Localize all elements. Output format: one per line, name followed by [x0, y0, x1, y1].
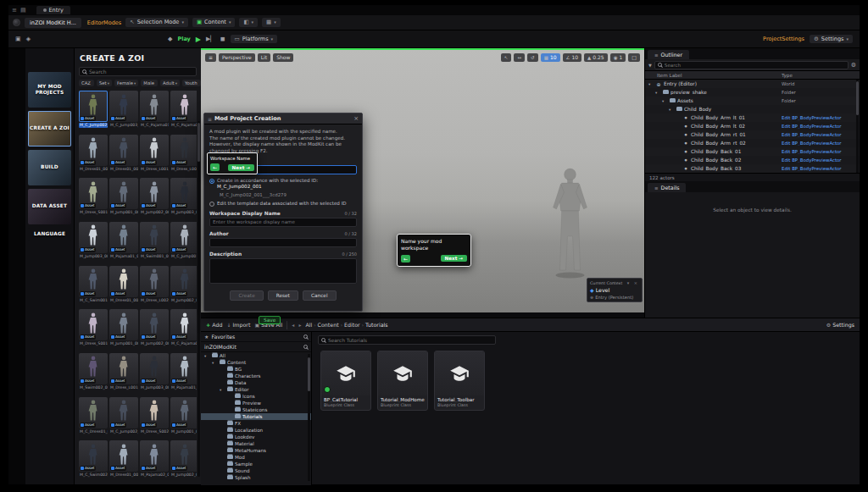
- description-input[interactable]: [209, 258, 357, 284]
- maximize-viewport-button[interactable]: □: [628, 53, 640, 62]
- outliner-row[interactable]: Child_Body_Back_02 Edit BP_BodyPreviewAc…: [645, 156, 860, 164]
- content-asset-card[interactable]: Tutorial_ModHome Blueprint Class: [377, 351, 428, 411]
- outliner-row[interactable]: Child_Body_Back_01 Edit BP_BodyPreviewAc…: [645, 147, 860, 156]
- folder-tree-row[interactable]: Material: [201, 440, 311, 447]
- outliner-search-box[interactable]: [654, 61, 849, 69]
- breadcrumb-item[interactable]: Editor›: [344, 322, 364, 328]
- outliner-row[interactable]: Child_Body_Arm_lt_01 Edit BP_BodyPreview…: [645, 113, 860, 122]
- asset-card[interactable]: Asset M_C_Jump002_002: [109, 397, 138, 439]
- expander-icon[interactable]: ▾: [662, 99, 667, 103]
- sidebar-item[interactable]: BUILD: [28, 150, 71, 185]
- asset-card[interactable]: Asset M_C_Pajama01_002: [170, 91, 197, 132]
- folder-tree-row[interactable]: Localization: [201, 427, 311, 434]
- transform-tool-button[interactable]: ↖: [501, 53, 512, 62]
- search-icon[interactable]: [303, 345, 308, 349]
- asset-card[interactable]: Asset M_C_Swim002_001: [79, 440, 108, 482]
- author-input[interactable]: [209, 238, 357, 247]
- bookmark-icon[interactable]: ◈: [26, 36, 31, 42]
- project-header[interactable]: inZOIModKit: [201, 342, 311, 352]
- folder-tree-row[interactable]: FX: [201, 420, 311, 427]
- folder-tree-row[interactable]: Tutorials: [201, 413, 311, 420]
- asset-card[interactable]: Asset M_Jump003_001: [170, 178, 197, 219]
- folder-tree-row[interactable]: Splash: [201, 474, 311, 481]
- row-type-link[interactable]: Edit BP_BodyPreviewActor: [782, 141, 860, 146]
- asset-card[interactable]: Asset M_Dress_L001_001: [140, 135, 169, 176]
- asset-card[interactable]: Asset M_C_Pajama01_001: [140, 91, 169, 132]
- row-type-link[interactable]: Edit BP_BodyPreviewActor: [782, 166, 860, 171]
- folder-tree-row[interactable]: Mod: [201, 454, 311, 461]
- window-grid-icon[interactable]: ▤: [20, 8, 26, 14]
- outliner-search-input[interactable]: [665, 63, 845, 68]
- transform-tool-button[interactable]: ↺: [527, 53, 538, 62]
- filter-chip[interactable]: Youth: [182, 80, 201, 86]
- show-dropdown[interactable]: Show: [273, 53, 293, 62]
- content-asset-card[interactable]: BP_CatTutorial Blueprint Class: [320, 351, 371, 411]
- close-icon[interactable]: ×: [353, 115, 359, 122]
- play-button[interactable]: ▶: [196, 36, 201, 43]
- asset-card[interactable]: Asset M_Jump001_001: [109, 178, 138, 219]
- folder-tree-row[interactable]: Sound: [201, 467, 311, 474]
- asset-card[interactable]: Asset M_C_Jump003_001: [109, 91, 138, 132]
- expander-icon[interactable]: ▾: [220, 388, 225, 392]
- dialog-titlebar[interactable]: ≡ Mod Project Creation ×: [204, 113, 362, 124]
- tab-entry[interactable]: Entry: [36, 6, 70, 14]
- row-type-link[interactable]: World: [782, 81, 860, 86]
- viewport-menu-button[interactable]: ≡: [205, 53, 216, 62]
- filter-chip[interactable]: Female▾: [114, 80, 138, 86]
- asset-card[interactable]: Asset M_C_Swim001_001: [79, 266, 108, 307]
- asset-card[interactable]: Asset M_Dress01_004: [109, 440, 138, 482]
- asset-card[interactable]: Asset M_Pajama01_001: [109, 222, 138, 263]
- selection-mode-dropdown[interactable]: ↖ Selection Mode ▾: [125, 18, 188, 27]
- option-create-radio[interactable]: Create in accordance with the selected I…: [209, 178, 357, 191]
- asset-card[interactable]: Asset M_Jump002_002: [170, 266, 197, 307]
- project-settings-button[interactable]: ProjectSettings: [763, 36, 804, 42]
- outliner-row[interactable]: ▾preview_shake Folder: [645, 88, 860, 97]
- snap-control[interactable]: ∠10: [563, 53, 582, 62]
- tab-details[interactable]: ≡Details: [648, 183, 686, 192]
- lit-dropdown[interactable]: Lit: [258, 53, 270, 62]
- filter-chip[interactable]: Male: [141, 80, 158, 86]
- context-panel-icons[interactable]: ▾ ×: [627, 280, 639, 285]
- folder-tree-row[interactable]: MetaHumans: [201, 447, 311, 454]
- display-name-input[interactable]: [209, 218, 357, 227]
- add-actor-dropdown[interactable]: ◧ ▾: [239, 18, 258, 27]
- asset-card[interactable]: Asset M_Dress_S002_001: [140, 397, 169, 439]
- skip-frame-button[interactable]: ▶▏: [206, 36, 215, 42]
- platforms-dropdown[interactable]: ▭ Platforms ▾: [231, 35, 277, 44]
- tab-outliner[interactable]: ≡Outliner: [648, 50, 689, 59]
- sidebar-item[interactable]: CREATE A ZOI: [28, 111, 71, 146]
- row-type-link[interactable]: Edit BP_BodyPreviewActor: [782, 124, 860, 129]
- folder-tree-row[interactable]: Stateicons: [201, 406, 311, 413]
- outliner-row[interactable]: Child_Body_Back_03 Edit BP_BodyPreviewAc…: [645, 164, 860, 173]
- sidebar-item[interactable]: LANGUAGE: [28, 228, 71, 241]
- asset-card[interactable]: Asset M_C_Pajama02_001: [170, 309, 197, 351]
- outliner-row[interactable]: ▾Entry (Editor) World: [645, 80, 860, 88]
- asset-search-box[interactable]: [79, 67, 197, 76]
- content-settings-button[interactable]: ⚙Settings: [826, 322, 854, 328]
- folder-tree-row[interactable]: BG: [201, 366, 311, 373]
- filter-icon[interactable]: ▼: [648, 63, 652, 68]
- asset-card[interactable]: Asset M_Jump003_002: [79, 222, 108, 263]
- snap-control[interactable]: ▦10: [541, 53, 560, 62]
- settings-dropdown[interactable]: ⚙ Settings ▾: [810, 35, 853, 44]
- view-options-dropdown[interactable]: ▦ ▾: [262, 18, 281, 27]
- folder-tree-row[interactable]: Characters: [201, 373, 311, 379]
- stop-button[interactable]: ◼: [220, 36, 225, 42]
- asset-card[interactable]: Asset M_Dress01_002: [109, 135, 138, 176]
- asset-card[interactable]: Asset M_C_Jump002_001: [79, 91, 108, 132]
- gear-icon[interactable]: ⚙: [851, 62, 856, 69]
- forward-arrow-icon[interactable]: ▸: [298, 322, 301, 328]
- pin-icon[interactable]: ◆: [168, 36, 172, 42]
- content-search-box[interactable]: [318, 335, 496, 345]
- folder-tree-scrollbar[interactable]: [308, 354, 310, 481]
- content-asset-card[interactable]: Tutorial_Toolbar Blueprint Class: [434, 351, 485, 411]
- asset-card[interactable]: Asset M_Dress01_003: [109, 266, 138, 307]
- row-type-link[interactable]: Folder: [782, 98, 860, 103]
- asset-card[interactable]: Asset M_Swim002_001: [79, 353, 108, 395]
- sidebar-item[interactable]: MY MOD PROJECTS: [28, 72, 71, 108]
- expander-icon[interactable]: ▾: [212, 361, 217, 365]
- snap-control[interactable]: ◉1: [610, 53, 626, 62]
- folder-tree-row[interactable]: ▾ Editor: [201, 386, 311, 393]
- outliner-row[interactable]: ▾Assets Folder: [645, 97, 860, 105]
- asset-card[interactable]: Asset M_C_Jump001_001: [170, 222, 197, 263]
